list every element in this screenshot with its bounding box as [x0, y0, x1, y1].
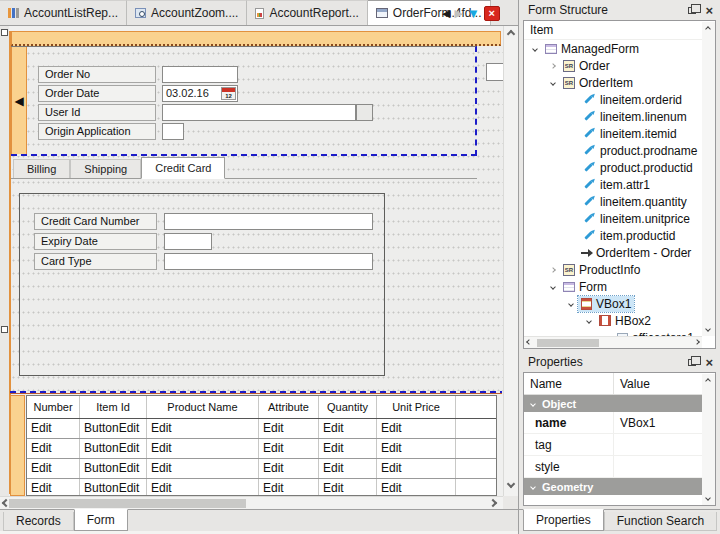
tree-node-lineitem-quantity[interactable]: lineitem.quantity [524, 193, 702, 210]
table-cell[interactable]: Edit [377, 439, 456, 458]
tree-node-product-prodname[interactable]: product.prodname [524, 142, 702, 159]
float-panel-icon[interactable] [688, 359, 696, 366]
scroll-down-icon[interactable] [705, 326, 711, 332]
table-cell[interactable]: ButtonEdit [80, 419, 147, 438]
field-label-card-type[interactable]: Card Type [34, 253, 157, 270]
expand-chevron-icon[interactable] [528, 47, 542, 51]
doc-tab-accountlistrep[interactable]: AccountListRep... [0, 0, 127, 25]
close-panel-icon[interactable]: × [705, 4, 713, 17]
table-cell[interactable]: Edit [319, 419, 377, 438]
scroll-right-icon[interactable] [489, 499, 497, 507]
tree-node-officestore1[interactable]: officestore1 [524, 329, 702, 336]
table-cell[interactable]: Edit [377, 479, 456, 496]
horizontal-scroll-thumb[interactable] [537, 339, 599, 347]
payment-tab-shipping[interactable]: Shipping [70, 159, 141, 178]
scroll-up-icon[interactable] [705, 378, 711, 384]
property-value[interactable]: VBox1 [613, 412, 702, 433]
field-input-user-id[interactable] [162, 104, 356, 121]
table-cell[interactable]: Edit [319, 439, 377, 458]
scroll-up-icon[interactable] [705, 26, 711, 32]
column-header-quantity[interactable]: Quantity [319, 396, 377, 418]
tab-list-dropdown-icon[interactable]: ▼ [467, 7, 480, 20]
form-design-canvas[interactable]: ◀ Order NoOrder Date03.02.1612User IdOri… [0, 26, 518, 496]
table-cell[interactable]: Edit [259, 459, 319, 478]
scroll-left-icon[interactable] [526, 339, 532, 345]
doc-tab-accountzoom[interactable]: AccountZoom.... [127, 0, 247, 25]
column-header-item-id[interactable]: Item Id [80, 396, 147, 418]
close-panel-icon[interactable]: × [705, 356, 713, 369]
float-panel-icon[interactable] [688, 7, 696, 14]
properties-vertical-scrollbar[interactable] [702, 374, 715, 505]
table-cell[interactable]: Edit [259, 419, 319, 438]
payment-tab-billing[interactable]: Billing [13, 159, 70, 178]
table-cell[interactable]: Edit [27, 479, 80, 496]
tree-node-lineitem-itemid[interactable]: lineitem.itemid [524, 125, 702, 142]
payment-tab-credit-card[interactable]: Credit Card [141, 157, 225, 179]
next-tab-arrow-icon[interactable]: ▶ [454, 8, 462, 19]
record-side-bar[interactable]: ◀ [11, 47, 27, 154]
tree-node-productinfo[interactable]: SRProductInfo [524, 261, 702, 278]
canvas-vertical-scrollbar[interactable] [503, 26, 518, 496]
table-cell[interactable]: Edit [319, 459, 377, 478]
table-cell[interactable]: Edit [147, 419, 259, 438]
scroll-down-icon[interactable] [705, 495, 711, 501]
field-input-card-type[interactable] [164, 253, 373, 270]
expand-chevron-icon[interactable] [546, 81, 560, 85]
field-input-expiry-date[interactable] [164, 233, 212, 250]
table-cell[interactable]: Edit [147, 479, 259, 496]
table-cell[interactable]: ButtonEdit [80, 479, 147, 496]
tree-node-product-productid[interactable]: product.productid [524, 159, 702, 176]
detached-field-widget[interactable] [486, 63, 504, 81]
buttonedit-button[interactable] [356, 104, 373, 121]
canvas-horizontal-scrollbar[interactable] [0, 496, 503, 509]
column-header-number[interactable]: Number [27, 396, 80, 418]
tree-node-vbox1[interactable]: VBox1 [524, 295, 702, 312]
table-cell[interactable]: Edit [147, 459, 259, 478]
property-value[interactable] [613, 434, 702, 455]
properties-grid[interactable]: Name Value ObjectnameVBox1tagstyleGeomet… [523, 372, 716, 506]
order-record-region[interactable]: ◀ Order NoOrder Date03.02.1612User IdOri… [11, 46, 477, 156]
doc-tab-accountreport[interactable]: AccountReport... [247, 0, 367, 25]
column-header-product-name[interactable]: Product Name [147, 396, 259, 418]
tree-node-form[interactable]: Form [524, 278, 702, 295]
scroll-up-icon[interactable] [507, 30, 515, 38]
previous-tab-arrow-icon[interactable]: ◀ [442, 8, 450, 19]
property-section-object[interactable]: Object [524, 395, 702, 412]
table-row[interactable]: EditButtonEditEditEditEditEdit [27, 459, 496, 479]
field-label-origin-application[interactable]: Origin Application [38, 123, 156, 140]
property-value[interactable] [613, 456, 702, 477]
table-cell[interactable]: Edit [319, 479, 377, 496]
tree-node-managedform[interactable]: ManagedForm [524, 40, 702, 57]
expand-chevron-icon[interactable] [546, 285, 560, 289]
tree-node-lineitem-unitprice[interactable]: lineitem.unitprice [524, 210, 702, 227]
table-cell[interactable]: Edit [259, 479, 319, 496]
field-label-order-date[interactable]: Order Date [38, 85, 156, 102]
tree-node-orderitem-order[interactable]: OrderItem - Order [524, 244, 702, 261]
table-cell[interactable]: Edit [27, 419, 80, 438]
panel-tab-function-search[interactable]: Function Search [604, 512, 717, 531]
selection-handle[interactable] [1, 29, 8, 36]
field-label-order-no[interactable]: Order No [38, 66, 156, 83]
field-input-credit-card-number[interactable] [164, 213, 373, 230]
collapse-left-arrow-icon[interactable]: ◀ [14, 95, 23, 107]
expand-chevron-icon[interactable] [564, 302, 578, 306]
table-cell[interactable]: Edit [377, 419, 456, 438]
tree-node-lineitem-linenum[interactable]: lineitem.linenum [524, 108, 702, 125]
table-cell[interactable]: Edit [377, 459, 456, 478]
view-tab-records[interactable]: Records [3, 512, 74, 531]
form-structure-tree[interactable]: Item ManagedFormSROrderSROrderItemlineit… [523, 20, 716, 349]
property-section-geometry[interactable]: Geometry [524, 478, 702, 495]
field-label-user-id[interactable]: User Id [38, 104, 156, 121]
order-items-table[interactable]: NumberItem IdProduct NameAttributeQuanti… [26, 395, 497, 496]
horizontal-scroll-thumb[interactable] [9, 499, 246, 508]
panel-tab-properties[interactable]: Properties [523, 509, 604, 531]
table-row[interactable]: EditButtonEditEditEditEditEdit [27, 419, 496, 439]
field-input-order-date[interactable]: 03.02.1612 [162, 85, 238, 102]
field-input-order-no[interactable] [162, 66, 238, 83]
column-header-attribute[interactable]: Attribute [259, 396, 319, 418]
selection-handle[interactable] [1, 326, 8, 333]
table-cell[interactable]: Edit [27, 439, 80, 458]
tree-node-orderitem[interactable]: SROrderItem [524, 74, 702, 91]
calendar-picker-icon[interactable]: 12 [221, 87, 236, 100]
expand-chevron-icon[interactable] [582, 319, 596, 323]
